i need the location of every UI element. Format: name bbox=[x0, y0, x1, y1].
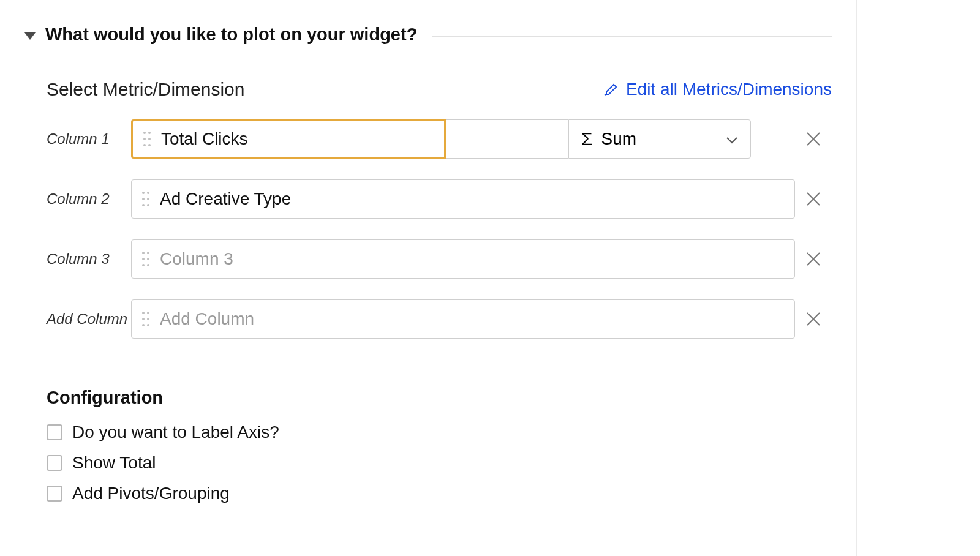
svg-point-19 bbox=[142, 258, 145, 260]
sigma-icon: Σ bbox=[581, 129, 593, 149]
checkbox-show-total[interactable] bbox=[47, 455, 62, 471]
svg-point-18 bbox=[147, 252, 149, 254]
svg-point-26 bbox=[147, 312, 149, 314]
remove-column-2-button[interactable] bbox=[795, 190, 832, 208]
svg-point-30 bbox=[147, 324, 149, 326]
column-1-aggregation-select[interactable]: Σ Sum bbox=[568, 119, 751, 159]
checkbox-label-axis[interactable] bbox=[47, 424, 62, 440]
edit-all-metrics-text: Edit all Metrics/Dimensions bbox=[626, 80, 832, 99]
remove-column-3-button[interactable] bbox=[795, 250, 832, 268]
column-row-1: Column 1 Total Clicks Σ bbox=[47, 119, 832, 159]
checkbox-pivots[interactable] bbox=[47, 486, 62, 502]
remove-add-column-button[interactable] bbox=[795, 310, 832, 328]
svg-point-17 bbox=[142, 252, 145, 254]
svg-point-22 bbox=[147, 264, 149, 266]
svg-point-29 bbox=[142, 324, 145, 326]
svg-point-27 bbox=[142, 318, 145, 320]
edit-all-metrics-link[interactable]: Edit all Metrics/Dimensions bbox=[604, 80, 832, 99]
column-row-add: Add Column Add Column bbox=[47, 299, 832, 339]
column-1-gap bbox=[446, 119, 568, 159]
aggregation-label: Sum bbox=[601, 129, 637, 149]
add-column-input[interactable]: Add Column bbox=[131, 299, 795, 339]
checkbox-pivots-text: Add Pivots/Grouping bbox=[72, 484, 230, 503]
svg-point-12 bbox=[147, 198, 149, 200]
svg-point-5 bbox=[143, 144, 146, 146]
column-3-metric-input[interactable]: Column 3 bbox=[131, 239, 795, 279]
column-row-2: Column 2 Ad Creative Type bbox=[47, 179, 832, 219]
checkbox-show-total-text: Show Total bbox=[72, 453, 156, 473]
section-header[interactable]: What would you like to plot on your widg… bbox=[24, 24, 832, 45]
svg-point-20 bbox=[147, 258, 149, 260]
column-2-value: Ad Creative Type bbox=[160, 189, 291, 209]
svg-point-25 bbox=[142, 312, 145, 314]
pencil-icon bbox=[604, 82, 619, 97]
column-rows: Column 1 Total Clicks Σ bbox=[24, 119, 832, 339]
drag-handle-icon[interactable] bbox=[141, 310, 150, 328]
column-1-label: Column 1 bbox=[47, 130, 131, 148]
svg-point-28 bbox=[147, 318, 149, 320]
svg-point-13 bbox=[142, 204, 145, 206]
subhead-label: Select Metric/Dimension bbox=[47, 79, 244, 100]
collapse-triangle-icon[interactable] bbox=[24, 32, 36, 40]
svg-point-3 bbox=[143, 138, 146, 140]
drag-handle-icon[interactable] bbox=[143, 130, 151, 148]
svg-point-2 bbox=[148, 132, 151, 134]
svg-marker-0 bbox=[24, 32, 36, 40]
column-1-metric-input[interactable]: Total Clicks bbox=[131, 119, 446, 159]
checkbox-label-axis-text: Do you want to Label Axis? bbox=[72, 423, 279, 442]
section-title: What would you like to plot on your widg… bbox=[45, 24, 417, 45]
configuration-section: Configuration Do you want to Label Axis?… bbox=[24, 388, 832, 503]
drag-handle-icon[interactable] bbox=[141, 250, 150, 268]
svg-point-4 bbox=[148, 138, 151, 140]
add-column-label: Add Column bbox=[47, 310, 131, 328]
subhead-row: Select Metric/Dimension Edit all Metrics… bbox=[24, 79, 832, 100]
configuration-title: Configuration bbox=[47, 388, 832, 408]
svg-point-1 bbox=[143, 132, 146, 134]
add-column-placeholder: Add Column bbox=[160, 309, 254, 329]
remove-column-1-button[interactable] bbox=[795, 130, 832, 148]
drag-handle-icon[interactable] bbox=[141, 190, 150, 208]
column-3-placeholder: Column 3 bbox=[160, 249, 233, 269]
svg-point-21 bbox=[142, 264, 145, 266]
svg-point-9 bbox=[142, 192, 145, 194]
column-3-label: Column 3 bbox=[47, 250, 131, 268]
column-2-metric-input[interactable]: Ad Creative Type bbox=[131, 179, 795, 219]
svg-point-14 bbox=[147, 204, 149, 206]
config-option-show-total[interactable]: Show Total bbox=[47, 453, 832, 473]
config-option-label-axis[interactable]: Do you want to Label Axis? bbox=[47, 423, 832, 442]
config-option-pivots[interactable]: Add Pivots/Grouping bbox=[47, 484, 832, 503]
svg-point-11 bbox=[142, 198, 145, 200]
column-2-label: Column 2 bbox=[47, 190, 131, 208]
column-row-3: Column 3 Column 3 bbox=[47, 239, 832, 279]
chevron-down-icon bbox=[726, 129, 738, 149]
svg-point-6 bbox=[148, 144, 151, 146]
column-1-value: Total Clicks bbox=[161, 129, 248, 149]
svg-point-10 bbox=[147, 192, 149, 194]
section-divider bbox=[432, 36, 832, 37]
